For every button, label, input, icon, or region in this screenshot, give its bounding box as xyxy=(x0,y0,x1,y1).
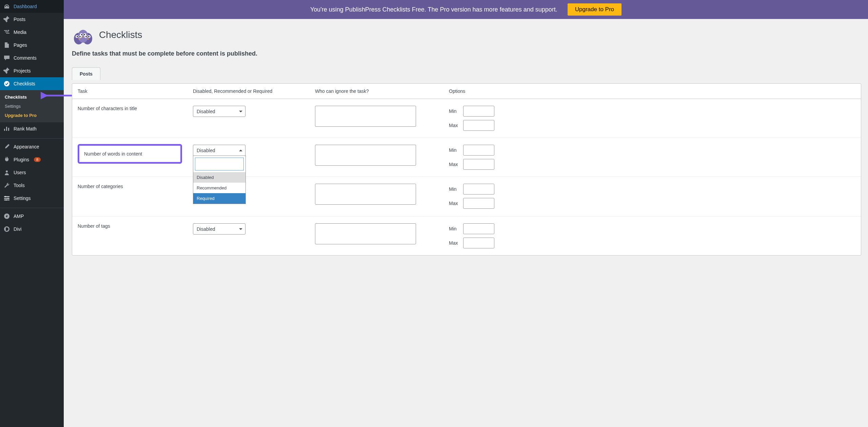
status-select[interactable]: Disabled xyxy=(193,106,245,117)
banner-text: You're using PublishPress Checklists Fre… xyxy=(310,6,557,13)
sidebar-item-plugins[interactable]: Plugins 8 xyxy=(0,153,64,166)
sliders-icon xyxy=(3,195,10,202)
svg-point-17 xyxy=(77,36,78,37)
admin-sidebar: Dashboard Posts Media Pages Comments Pro… xyxy=(0,0,64,427)
sidebar-item-users[interactable]: Users xyxy=(0,166,64,179)
chevron-down-icon xyxy=(239,228,242,230)
min-input[interactable] xyxy=(463,145,494,156)
sidebar-item-dashboard[interactable]: Dashboard xyxy=(0,0,64,13)
dashboard-icon xyxy=(3,3,10,10)
sidebar-item-tools[interactable]: Tools xyxy=(0,179,64,192)
plugin-logo xyxy=(72,24,94,45)
task-name: Number of words in content xyxy=(84,151,142,157)
menu-separator xyxy=(0,137,64,139)
svg-point-22 xyxy=(84,34,85,35)
wrench-icon xyxy=(3,182,10,189)
ignore-roles-multiselect[interactable] xyxy=(315,184,416,205)
checklists-table: Task Disabled, Recommended or Required W… xyxy=(72,83,861,256)
status-option-disabled[interactable]: Disabled xyxy=(193,172,245,183)
upgrade-to-pro-button[interactable]: Upgrade to Pro xyxy=(568,3,622,16)
tab-posts[interactable]: Posts xyxy=(72,67,100,80)
sidebar-item-pages[interactable]: Pages xyxy=(0,39,64,52)
min-label: Min xyxy=(449,108,460,114)
sidebar-item-amp[interactable]: AMP xyxy=(0,210,64,223)
table-row: Number of categories Min Max xyxy=(72,177,861,217)
min-label: Min xyxy=(449,186,460,192)
sidebar-item-settings[interactable]: Settings xyxy=(0,192,64,205)
max-label: Max xyxy=(449,123,460,128)
pin-icon xyxy=(3,16,10,23)
sidebar-item-projects[interactable]: Projects xyxy=(0,64,64,77)
sidebar-item-label: Plugins xyxy=(14,157,29,162)
user-icon xyxy=(3,169,10,176)
sidebar-item-rankmath[interactable]: Rank Math xyxy=(0,122,64,135)
status-option-required[interactable]: Required xyxy=(193,193,245,204)
brush-icon xyxy=(3,143,10,150)
status-select[interactable]: Disabled Disabled Recommended Required xyxy=(193,145,245,156)
sidebar-item-label: Dashboard xyxy=(14,4,37,9)
sidebar-item-label: AMP xyxy=(14,214,24,219)
page-icon xyxy=(3,42,10,48)
sidebar-item-label: Media xyxy=(14,29,26,35)
submenu-item-upgrade[interactable]: Upgrade to Pro xyxy=(0,111,64,120)
sidebar-item-label: Users xyxy=(14,170,26,175)
sidebar-item-label: Checklists xyxy=(14,81,35,86)
submenu-item-settings[interactable]: Settings xyxy=(0,102,64,111)
sidebar-item-posts[interactable]: Posts xyxy=(0,13,64,26)
ignore-roles-multiselect[interactable] xyxy=(315,106,416,127)
col-header-task: Task xyxy=(72,84,188,99)
update-count-badge: 8 xyxy=(34,157,41,162)
min-label: Min xyxy=(449,147,460,153)
check-circle-icon xyxy=(3,80,10,87)
highlighted-task: Number of words in content xyxy=(78,144,182,164)
max-input[interactable] xyxy=(463,120,494,131)
sidebar-item-checklists[interactable]: Checklists xyxy=(0,77,64,90)
page-title: Checklists xyxy=(99,29,142,40)
sidebar-item-divi[interactable]: Divi xyxy=(0,223,64,236)
svg-point-0 xyxy=(8,30,9,31)
sidebar-item-label: Posts xyxy=(14,17,25,22)
svg-point-3 xyxy=(5,196,6,197)
sidebar-item-label: Projects xyxy=(14,68,31,74)
media-icon xyxy=(3,29,10,36)
ignore-roles-multiselect[interactable] xyxy=(315,145,416,166)
upgrade-banner: You're using PublishPress Checklists Fre… xyxy=(64,0,868,19)
svg-point-19 xyxy=(85,36,87,37)
submenu-item-checklists[interactable]: Checklists xyxy=(0,93,64,102)
sidebar-item-appearance[interactable]: Appearance xyxy=(0,140,64,153)
divi-icon xyxy=(3,226,10,232)
min-input[interactable] xyxy=(463,184,494,195)
task-name: Number of tags xyxy=(78,223,110,229)
min-input[interactable] xyxy=(463,223,494,234)
status-select[interactable]: Disabled xyxy=(193,223,245,235)
svg-point-21 xyxy=(81,34,82,35)
col-header-status: Disabled, Recommended or Required xyxy=(188,84,310,99)
min-input[interactable] xyxy=(463,106,494,117)
col-header-ignore: Who can ignore the task? xyxy=(310,84,443,99)
max-input[interactable] xyxy=(463,238,494,248)
svg-point-18 xyxy=(79,36,81,37)
amp-icon xyxy=(3,213,10,220)
max-input[interactable] xyxy=(463,198,494,209)
sidebar-submenu: Checklists Settings Upgrade to Pro xyxy=(0,90,64,122)
sidebar-item-label: Pages xyxy=(14,42,27,48)
table-row: Number of characters in title Disabled M… xyxy=(72,99,861,138)
sidebar-item-comments[interactable]: Comments xyxy=(0,52,64,64)
ignore-roles-multiselect[interactable] xyxy=(315,223,416,244)
svg-point-5 xyxy=(5,199,7,201)
col-header-options: Options xyxy=(443,84,861,99)
table-row: Number of tags Disabled Min Max xyxy=(72,217,861,255)
chart-icon xyxy=(3,125,10,132)
dropdown-search-input[interactable] xyxy=(195,158,244,170)
comment-icon xyxy=(3,55,10,61)
sidebar-item-media[interactable]: Media xyxy=(0,26,64,39)
pin-icon xyxy=(3,67,10,74)
svg-point-4 xyxy=(7,198,9,199)
sidebar-item-label: Comments xyxy=(14,55,37,61)
menu-separator xyxy=(0,206,64,208)
sidebar-item-label: Appearance xyxy=(14,144,39,149)
task-name: Number of categories xyxy=(78,184,123,189)
max-input[interactable] xyxy=(463,159,494,170)
min-label: Min xyxy=(449,226,460,231)
status-option-recommended[interactable]: Recommended xyxy=(193,183,245,193)
